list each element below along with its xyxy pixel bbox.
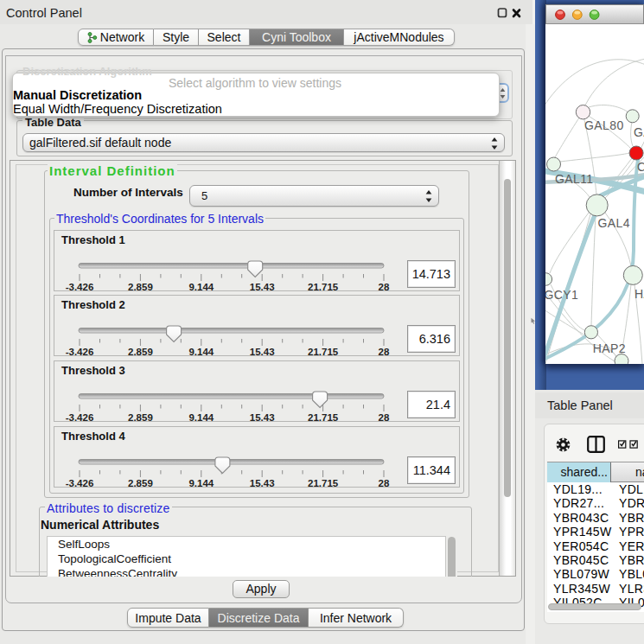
svg-text:HA: HA <box>634 287 644 301</box>
svg-text:2.859: 2.859 <box>128 478 153 488</box>
svg-text:GAL4: GAL4 <box>598 216 630 230</box>
svg-text:21.715: 21.715 <box>308 478 339 488</box>
svg-text:9.144: 9.144 <box>188 412 214 422</box>
svg-text:GAL11: GAL11 <box>555 172 594 186</box>
svg-text:2.859: 2.859 <box>128 282 153 291</box>
svg-text:21.715: 21.715 <box>308 347 339 356</box>
svg-text:-3.426: -3.426 <box>66 282 94 291</box>
svg-text:GCY1: GCY1 <box>545 288 578 302</box>
svg-text:21.715: 21.715 <box>308 282 339 291</box>
svg-text:15.43: 15.43 <box>250 412 275 422</box>
svg-text:28: 28 <box>379 412 390 422</box>
svg-text:-3.426: -3.426 <box>66 412 94 422</box>
svg-text:15.43: 15.43 <box>250 478 275 488</box>
svg-text:9.144: 9.144 <box>188 282 214 291</box>
svg-text:GAL80: GAL80 <box>584 118 624 132</box>
svg-text:9.144: 9.144 <box>188 478 214 488</box>
svg-text:28: 28 <box>379 347 390 356</box>
svg-text:-3.426: -3.426 <box>66 347 94 356</box>
svg-text:9.144: 9.144 <box>188 347 214 356</box>
svg-text:-3.426: -3.426 <box>66 478 94 488</box>
svg-text:21.715: 21.715 <box>308 412 339 422</box>
svg-text:2.859: 2.859 <box>128 347 153 356</box>
svg-text:15.43: 15.43 <box>250 282 275 291</box>
svg-text:HAP2: HAP2 <box>593 341 626 355</box>
svg-text:CY: CY <box>637 160 644 174</box>
svg-text:GA: GA <box>634 125 644 139</box>
svg-text:28: 28 <box>379 478 390 488</box>
svg-text:15.43: 15.43 <box>250 347 275 356</box>
svg-text:2.859: 2.859 <box>128 412 153 422</box>
svg-text:28: 28 <box>379 282 390 291</box>
